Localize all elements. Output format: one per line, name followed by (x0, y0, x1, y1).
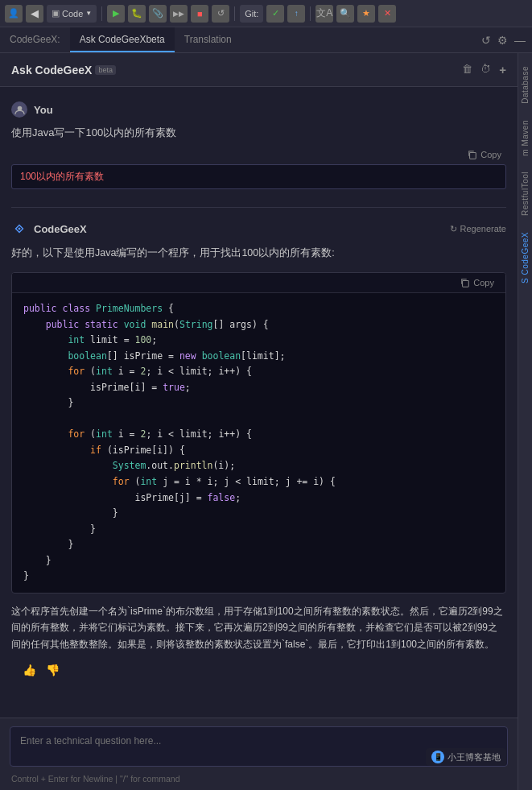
action-row: 👍 👎 (11, 659, 506, 681)
close-icon[interactable]: ✕ (378, 5, 396, 23)
sidebar-tab-database[interactable]: Database (519, 60, 531, 110)
chat-header-actions: 🗑 ⏱ + (462, 63, 506, 77)
code-dropdown-btn[interactable]: ▣ Code ▼ (47, 5, 97, 23)
thumbs-up-button[interactable]: 👍 (23, 664, 36, 676)
avatar (11, 101, 27, 118)
back-icon[interactable]: ◀ (26, 5, 43, 23)
user-row: You (11, 101, 506, 118)
user-message-text: 使用Java写一下100以内的所有素数 (11, 122, 506, 147)
code-content: public class PrimeNumbers { public stati… (12, 293, 505, 593)
input-hint: Control + Enter for Newline | "/" for co… (10, 770, 508, 785)
sidebar-tab-restful[interactable]: RestfulTool (519, 165, 531, 222)
ai-row: CodeGeeX ↻ Regenerate (11, 221, 506, 237)
ai-message-block: CodeGeeX ↻ Regenerate 好的，以下是使用Java编写的一个程… (0, 211, 518, 688)
sidebar-tab-codegeeX[interactable]: S CodeGeeX (519, 225, 531, 290)
main-area: Ask CodeGeeX beta 🗑 ⏱ + You 使用Java写一下100… (0, 53, 532, 790)
tab-ask-codegeeX[interactable]: Ask CodeGeeXbeta (70, 27, 175, 52)
star-icon[interactable]: ★ (357, 5, 375, 23)
chat-messages: You 使用Java写一下100以内的所有素数 Copy 100以内的所有素数 (0, 87, 518, 718)
user-icon[interactable]: 👤 (5, 5, 23, 23)
tabbar-actions: ↺ ⚙ — (475, 27, 532, 52)
chat-panel: Ask CodeGeeX beta 🗑 ⏱ + You 使用Java写一下100… (0, 53, 518, 790)
search-icon[interactable]: 🔍 (336, 5, 354, 23)
code-block-header: Copy (12, 273, 505, 293)
more-run-icon[interactable]: ▶▶ (170, 5, 188, 23)
chat-header: Ask CodeGeeX beta 🗑 ⏱ + (0, 53, 518, 87)
minimize-icon[interactable]: — (514, 34, 526, 47)
git-label: Git: (245, 9, 258, 19)
sep3 (310, 6, 311, 21)
code-icon: ▣ (52, 8, 60, 19)
svg-point-0 (17, 105, 22, 110)
user-message-block: You 使用Java写一下100以内的所有素数 Copy 100以内的所有素数 (0, 95, 518, 204)
git-check-icon[interactable]: ✓ (266, 5, 284, 23)
code-block-wrapper: Copy public class PrimeNumbers { public … (11, 272, 506, 594)
sidebar-tab-maven[interactable]: m Maven (519, 114, 531, 163)
main-toolbar: 👤 ◀ ▣ Code ▼ ▶ 🐛 📎 ▶▶ ■ ↺ Git: ✓ ↑ 文A 🔍 … (0, 0, 532, 27)
refresh-tab-icon[interactable]: ↺ (481, 34, 491, 47)
sep1 (101, 6, 102, 21)
dropdown-arrow: ▼ (85, 10, 92, 17)
add-icon[interactable]: + (499, 63, 506, 77)
git-push-icon[interactable]: ↑ (287, 5, 305, 23)
beta-badge: beta (95, 65, 116, 75)
right-sidebar: Database m Maven RestfulTool S CodeGeeX (518, 53, 532, 790)
keyword-bar: 100以内的所有素数 (11, 164, 506, 189)
code-copy-button[interactable]: Copy (456, 276, 499, 289)
input-area: Control + Enter for Newline | "/" for co… (0, 718, 518, 790)
watermark: 📱 小王博客基地 (426, 748, 506, 766)
debug-icon[interactable]: 🐛 (128, 5, 146, 23)
regenerate-button[interactable]: ↻ Regenerate (450, 224, 507, 234)
sep2 (234, 6, 235, 21)
stop-icon[interactable]: ■ (191, 5, 208, 23)
attach-icon[interactable]: 📎 (149, 5, 167, 23)
trash-icon[interactable]: 🗑 (462, 63, 472, 77)
translate-icon[interactable]: 文A (315, 5, 333, 23)
git-btn[interactable]: Git: (240, 5, 263, 23)
svg-rect-1 (470, 152, 476, 159)
user-copy-bar: Copy (11, 147, 506, 164)
user-copy-button[interactable]: Copy (463, 148, 506, 161)
chat-title: Ask CodeGeeX (11, 64, 92, 77)
tab-bar: CodeGeeX: Ask CodeGeeXbeta Translation ↺… (0, 27, 532, 53)
run-icon[interactable]: ▶ (107, 5, 125, 23)
tab-codegeeX[interactable]: CodeGeeX: (0, 27, 70, 52)
ai-label: CodeGeeX (34, 223, 87, 235)
ai-intro-text: 好的，以下是使用Java编写的一个程序，用于找出100以内的所有素数: (11, 242, 506, 267)
divider (11, 207, 506, 208)
codegeeX-logo (11, 221, 27, 237)
history-icon[interactable]: ⏱ (480, 63, 491, 77)
watermark-icon: 📱 (431, 751, 444, 763)
user-label: You (34, 104, 53, 116)
regenerate-icon: ↻ (450, 224, 457, 234)
settings-icon[interactable]: ⚙ (497, 34, 508, 47)
thumbs-down-button[interactable]: 👎 (46, 664, 60, 676)
svg-rect-2 (463, 280, 469, 287)
refresh-icon[interactable]: ↺ (212, 5, 229, 23)
ai-explanation-text: 这个程序首先创建一个名为`isPrime`的布尔数组，用于存储1到100之间所有… (11, 600, 506, 659)
tab-translation[interactable]: Translation (175, 27, 241, 52)
